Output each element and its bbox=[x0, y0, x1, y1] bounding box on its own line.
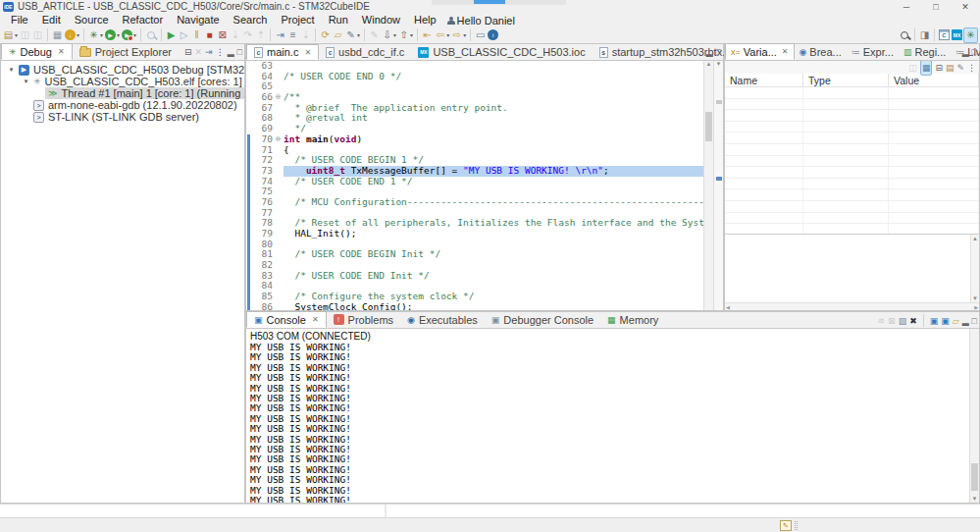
word-wrap-icon[interactable]: ⊠ bbox=[888, 315, 896, 327]
tree-item-arm-none-eabi-gdb[interactable]: >arm-none-eabi-gdb (12.1.90.20220802) bbox=[1, 99, 244, 111]
back-icon[interactable]: ⇦▾ bbox=[434, 27, 450, 43]
display-console-icon[interactable]: ▣ bbox=[941, 315, 950, 327]
table-row[interactable] bbox=[725, 110, 979, 122]
table-row[interactable] bbox=[725, 189, 979, 201]
close-tab-icon[interactable]: ✕ bbox=[312, 315, 319, 324]
table-row[interactable] bbox=[725, 99, 979, 111]
collapse-all-icon[interactable]: ⊟ bbox=[184, 46, 192, 58]
menu-project[interactable]: Project bbox=[274, 14, 321, 27]
user-account[interactable]: Hello Daniel bbox=[447, 15, 515, 27]
debug-perspective-icon[interactable]: ✳ bbox=[963, 27, 978, 43]
column-header-value[interactable]: Value bbox=[889, 74, 979, 87]
step-over-icon[interactable]: ↷ bbox=[241, 27, 254, 43]
cubemx-perspective-icon[interactable]: MX bbox=[951, 27, 963, 43]
column-header-name[interactable]: Name bbox=[725, 74, 803, 87]
tree-item-usb-classic-cdc-h503-elf[interactable]: ▾✳USB_CLASSIC_CDC_H503.elf [cores: 1] bbox=[1, 76, 244, 87]
maximize-icon[interactable]: □ bbox=[716, 46, 721, 58]
cpp-perspective-icon[interactable]: C bbox=[938, 27, 951, 43]
tab-debugger-console[interactable]: ▣Debugger Console bbox=[485, 311, 600, 328]
open-folder-icon[interactable]: ▱ bbox=[332, 27, 344, 43]
instruction-stepping-icon[interactable]: ⇥ bbox=[274, 27, 286, 43]
table-row[interactable] bbox=[725, 167, 979, 179]
remove-all-icon[interactable]: ✖ bbox=[909, 315, 917, 327]
mark-occurrences-icon[interactable]: ✎ bbox=[368, 27, 381, 43]
resume-icon[interactable]: ▶ bbox=[165, 27, 178, 43]
notification-icon[interactable]: ✎ bbox=[780, 520, 792, 531]
close-tab-icon[interactable]: ✕ bbox=[304, 48, 311, 57]
overview-marker[interactable] bbox=[716, 177, 722, 181]
view-menu-icon[interactable]: ⋮ bbox=[967, 62, 976, 74]
info-icon[interactable]: i bbox=[487, 27, 499, 43]
maximize-icon[interactable]: □ bbox=[972, 315, 977, 327]
overview-marker[interactable] bbox=[716, 100, 722, 104]
tree-item-st-link[interactable]: >ST-LINK (ST-LINK GDB server) bbox=[1, 111, 244, 123]
menu-source[interactable]: Source bbox=[68, 14, 116, 27]
fold-toggle-icon[interactable]: ⊖ bbox=[273, 92, 284, 103]
minimize-icon[interactable]: ▂ bbox=[962, 46, 969, 58]
show-type-names-icon[interactable]: ◫ bbox=[908, 62, 917, 74]
tree-item-thread[interactable]: ≫Thread #1 [main] 1 [core: 1] (Running :… bbox=[1, 87, 244, 99]
tab-project-explorer[interactable]: Project Explorer bbox=[73, 43, 179, 60]
tab-memory[interactable]: ▦Memory bbox=[600, 311, 665, 328]
table-row[interactable] bbox=[725, 179, 979, 190]
detail-pane-scrollbar[interactable]: ▲ ▼ bbox=[970, 235, 979, 302]
fold-toggle-icon[interactable]: ⊖ bbox=[273, 134, 284, 145]
editor-overview-ruler[interactable]: ▼ bbox=[713, 61, 723, 310]
minimize-icon[interactable]: ▂ bbox=[706, 46, 713, 58]
view-menu-icon[interactable]: ⋮ bbox=[216, 46, 225, 58]
new-wizard-icon[interactable]: ▤▾ bbox=[2, 27, 19, 43]
open-perspective-icon[interactable]: ◨ bbox=[918, 27, 931, 43]
step-next-icon[interactable]: ▷ bbox=[178, 27, 190, 43]
tree-expander-icon[interactable]: ▾ bbox=[7, 66, 16, 74]
search-icon[interactable] bbox=[898, 27, 911, 43]
menu-file[interactable]: File bbox=[4, 14, 35, 27]
disconnect-icon[interactable]: ⊠ bbox=[216, 27, 229, 43]
last-edit-location-icon[interactable]: ⇤ bbox=[421, 27, 434, 43]
format-brush-icon[interactable]: ✎▾ bbox=[344, 27, 361, 43]
menu-search[interactable]: Search bbox=[227, 14, 275, 27]
suspend-icon[interactable]: ‖ bbox=[190, 27, 203, 43]
run-icon[interactable]: ▶▾ bbox=[104, 27, 121, 43]
save-icon[interactable]: ◫ bbox=[19, 27, 31, 43]
open-console-icon[interactable]: ▱ bbox=[953, 315, 959, 327]
code-line-76[interactable]: 76 /* MCU Configuration-----------------… bbox=[246, 197, 703, 208]
tree-item-usb-classic-cdc-h503[interactable]: ▾▶USB_CLASSIC_CDC_H503 Debug [STM32 C/C+… bbox=[1, 64, 244, 76]
editor-scrollbar-thumb[interactable] bbox=[705, 112, 712, 141]
editor-vertical-scrollbar[interactable]: ▲ bbox=[703, 61, 713, 310]
variable-detail-pane[interactable]: ▲ ▼ bbox=[725, 234, 979, 302]
tab-usb-classic-cdc-h503-ioc[interactable]: MXUSB_CLASSIC_CDC_H503.ioc bbox=[411, 44, 592, 60]
code-line-86[interactable]: 86 SystemClock_Config(); bbox=[246, 302, 703, 310]
minimize-icon[interactable]: ▂ bbox=[962, 315, 969, 327]
tab-problems[interactable]: !Problems bbox=[327, 311, 400, 328]
step-return-icon[interactable]: ⇡ bbox=[254, 27, 267, 43]
minimize-icon[interactable]: ▂ bbox=[228, 46, 234, 58]
save-all-icon[interactable]: ◫ bbox=[31, 27, 44, 43]
pin-console-icon[interactable]: ▣ bbox=[930, 315, 939, 327]
close-window-button[interactable]: ✕ bbox=[951, 0, 980, 14]
next-annotation-icon[interactable]: ⇩▾ bbox=[381, 27, 397, 43]
console-output[interactable]: H503 COM (CONNECTED) MY USB IS WORKING!M… bbox=[246, 329, 969, 503]
step-into-icon[interactable]: ⇣ bbox=[229, 27, 241, 43]
table-row[interactable] bbox=[725, 156, 979, 168]
table-row[interactable] bbox=[725, 144, 979, 156]
remove-all-terminated-icon[interactable]: ✕ bbox=[195, 46, 203, 58]
menu-navigate[interactable]: Navigate bbox=[170, 14, 226, 27]
menu-window[interactable]: Window bbox=[355, 14, 407, 27]
code-line-79[interactable]: 79 HAL_Init(); bbox=[246, 229, 703, 239]
code-line-81[interactable]: 81 /* USER CODE BEGIN Init */ bbox=[246, 249, 703, 260]
flash-download-icon[interactable]: ↓▾ bbox=[64, 27, 80, 43]
table-row[interactable] bbox=[725, 201, 979, 213]
tab-executables[interactable]: ◉Executables bbox=[400, 311, 485, 328]
code-line-70[interactable]: 70⊖int main(void) bbox=[246, 134, 703, 145]
table-row[interactable] bbox=[725, 133, 979, 144]
maximize-window-button[interactable]: □ bbox=[921, 0, 951, 14]
code-line-83[interactable]: 83 /* USER CODE END Init */ bbox=[246, 271, 703, 282]
close-tab-icon[interactable]: ✕ bbox=[782, 47, 789, 56]
console-vertical-scrollbar[interactable]: ▼ bbox=[969, 329, 979, 503]
clear-console-icon[interactable]: ▨ bbox=[899, 315, 907, 327]
scroll-lock-icon[interactable]: ≋ bbox=[878, 315, 886, 327]
code-line-64[interactable]: 64/* USER CODE END 0 */ bbox=[246, 72, 703, 82]
debug-icon[interactable]: ✳▾ bbox=[87, 27, 104, 43]
menu-refactor[interactable]: Refactor bbox=[116, 14, 171, 27]
minimize-window-button[interactable]: ─ bbox=[892, 0, 921, 14]
